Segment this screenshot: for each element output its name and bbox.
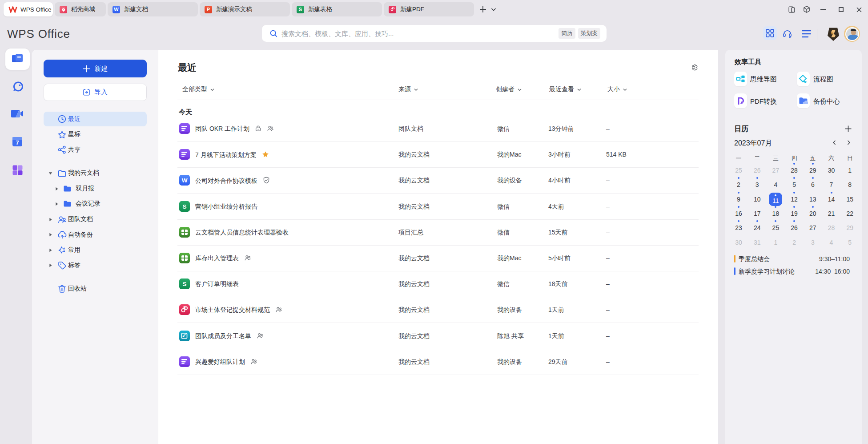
svg-text:W: W	[182, 177, 188, 184]
svg-text:S: S	[182, 203, 186, 210]
svg-text:S: S	[182, 281, 186, 287]
svg-text:7: 7	[16, 139, 19, 146]
